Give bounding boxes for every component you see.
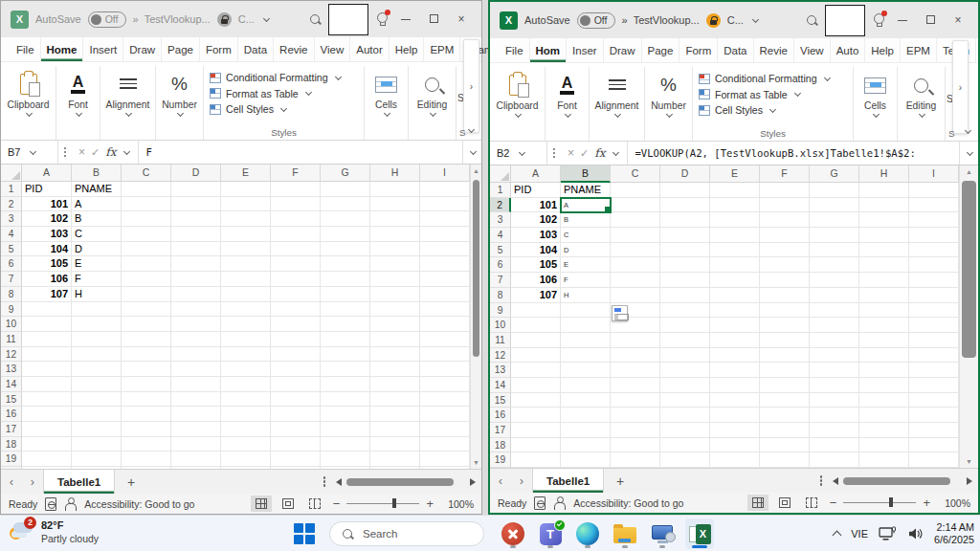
ribbon-tab-insert[interactable]: Insert bbox=[83, 37, 123, 61]
zoom-in-button[interactable]: + bbox=[426, 496, 434, 511]
sheet-tab[interactable]: Tabelle1 bbox=[43, 470, 115, 494]
page-break-view-button[interactable] bbox=[304, 496, 325, 512]
cell-H11[interactable] bbox=[859, 333, 909, 348]
cell-A19[interactable] bbox=[511, 452, 561, 468]
cell-H16[interactable] bbox=[370, 407, 420, 422]
cell-C3[interactable] bbox=[122, 211, 171, 227]
cell-F12[interactable] bbox=[271, 347, 321, 363]
cell-I16[interactable] bbox=[420, 407, 470, 422]
cell-H14[interactable] bbox=[370, 377, 420, 392]
ribbon-group-clipboard[interactable]: Clipboard bbox=[490, 67, 546, 141]
cell-F6[interactable] bbox=[271, 256, 321, 272]
cell-F11[interactable] bbox=[271, 332, 321, 347]
cell-H10[interactable] bbox=[370, 317, 420, 332]
ribbon-scroll-right-button[interactable]: › bbox=[952, 40, 969, 134]
cell-B15[interactable] bbox=[561, 393, 611, 408]
cell-I5[interactable] bbox=[909, 243, 959, 258]
cell-H8[interactable] bbox=[859, 288, 909, 303]
cell-G19[interactable] bbox=[810, 452, 859, 468]
cell-D3[interactable] bbox=[660, 212, 710, 228]
cell-H6[interactable] bbox=[859, 257, 909, 273]
insert-function-icon[interactable]: fx bbox=[594, 146, 605, 160]
cell-I15[interactable] bbox=[909, 393, 959, 408]
cell-I14[interactable] bbox=[420, 377, 470, 392]
cell-F5[interactable] bbox=[760, 243, 810, 258]
tabbar-more-icon[interactable] bbox=[315, 480, 334, 482]
row-header-4[interactable]: 4 bbox=[490, 228, 511, 243]
horizontal-scrollbar[interactable] bbox=[833, 477, 972, 485]
cell-F9[interactable] bbox=[271, 302, 321, 318]
column-header-E[interactable]: E bbox=[710, 165, 760, 183]
cell-G4[interactable] bbox=[321, 227, 370, 242]
zoom-out-button[interactable]: − bbox=[830, 496, 837, 510]
cell-G12[interactable] bbox=[810, 348, 859, 364]
cell-F14[interactable] bbox=[271, 377, 321, 392]
cell-B20[interactable] bbox=[72, 467, 122, 469]
column-header-H[interactable]: H bbox=[370, 165, 420, 182]
tabbar-more-icon[interactable] bbox=[812, 479, 831, 481]
cell-A18[interactable] bbox=[511, 438, 561, 453]
ribbon-tab-page[interactable]: Page bbox=[162, 37, 200, 61]
vertical-scrollbar[interactable]: ▲ ▼ bbox=[470, 165, 481, 469]
privacy-options-icon[interactable] bbox=[45, 497, 56, 511]
row-header-15[interactable]: 15 bbox=[490, 393, 511, 408]
horizontal-scrollbar[interactable] bbox=[336, 478, 476, 486]
cell-E18[interactable] bbox=[710, 438, 760, 453]
cell-F7[interactable] bbox=[271, 272, 321, 287]
normal-view-button[interactable] bbox=[747, 495, 768, 511]
minimize-button[interactable] bbox=[892, 13, 913, 27]
row-header-1[interactable]: 1 bbox=[490, 183, 511, 198]
cell-H13[interactable] bbox=[859, 363, 909, 378]
ribbon-tab-revie[interactable]: Revie bbox=[754, 38, 794, 62]
cell-C5[interactable] bbox=[122, 242, 171, 257]
cell-D11[interactable] bbox=[171, 332, 221, 347]
cell-F8[interactable] bbox=[760, 288, 810, 303]
cell-F4[interactable] bbox=[271, 227, 321, 242]
formula-bar-content[interactable]: F bbox=[139, 146, 462, 158]
cell-D10[interactable] bbox=[171, 317, 221, 332]
cell-I9[interactable] bbox=[909, 303, 959, 319]
zoom-in-button[interactable]: + bbox=[923, 496, 930, 510]
quick-access-overflow-icon[interactable]: » bbox=[622, 14, 627, 26]
cell-D7[interactable] bbox=[660, 273, 710, 288]
network-icon[interactable] bbox=[879, 526, 897, 541]
column-header-E[interactable]: E bbox=[221, 165, 271, 182]
ribbon-tab-form[interactable]: Form bbox=[200, 37, 238, 61]
row-header-14[interactable]: 14 bbox=[490, 378, 511, 393]
conditional-formatting-button[interactable]: Conditional Formatting bbox=[210, 70, 343, 86]
cell-A11[interactable] bbox=[22, 332, 72, 347]
column-header-A[interactable]: A bbox=[22, 165, 72, 182]
name-box[interactable]: B2 bbox=[490, 142, 547, 165]
cell-I7[interactable] bbox=[420, 272, 470, 287]
cell-B9[interactable] bbox=[561, 303, 611, 319]
close-button[interactable]: × bbox=[947, 13, 969, 27]
cell-H9[interactable] bbox=[859, 303, 909, 319]
cell-F5[interactable] bbox=[271, 242, 321, 257]
cell-D8[interactable] bbox=[660, 288, 710, 303]
cell-H19[interactable] bbox=[859, 452, 909, 468]
cell-H17[interactable] bbox=[370, 422, 420, 437]
cell-F19[interactable] bbox=[271, 452, 321, 467]
expand-formula-bar-button[interactable] bbox=[462, 141, 481, 164]
cell-H15[interactable] bbox=[859, 393, 909, 408]
cell-D18[interactable] bbox=[660, 438, 710, 453]
cell-I17[interactable] bbox=[420, 422, 470, 437]
cell-G3[interactable] bbox=[321, 211, 370, 227]
cell-F3[interactable] bbox=[760, 212, 810, 228]
page-layout-view-button[interactable] bbox=[278, 496, 299, 512]
cell-E12[interactable] bbox=[221, 347, 271, 363]
cell-H7[interactable] bbox=[859, 273, 909, 288]
cell-D15[interactable] bbox=[171, 392, 221, 408]
ribbon-tab-data[interactable]: Data bbox=[238, 37, 274, 61]
row-header-5[interactable]: 5 bbox=[1, 242, 22, 257]
cell-F20[interactable] bbox=[271, 467, 321, 469]
cell-A1[interactable]: PID bbox=[511, 183, 561, 198]
cell-D2[interactable] bbox=[660, 198, 710, 213]
cell-C16[interactable] bbox=[611, 408, 660, 423]
cell-B4[interactable]: C bbox=[72, 227, 122, 242]
cell-G3[interactable] bbox=[810, 212, 859, 228]
cell-B7[interactable]: F bbox=[72, 272, 122, 287]
cell-F15[interactable] bbox=[271, 392, 321, 408]
row-header-17[interactable]: 17 bbox=[490, 423, 511, 438]
cell-B10[interactable] bbox=[561, 318, 611, 333]
